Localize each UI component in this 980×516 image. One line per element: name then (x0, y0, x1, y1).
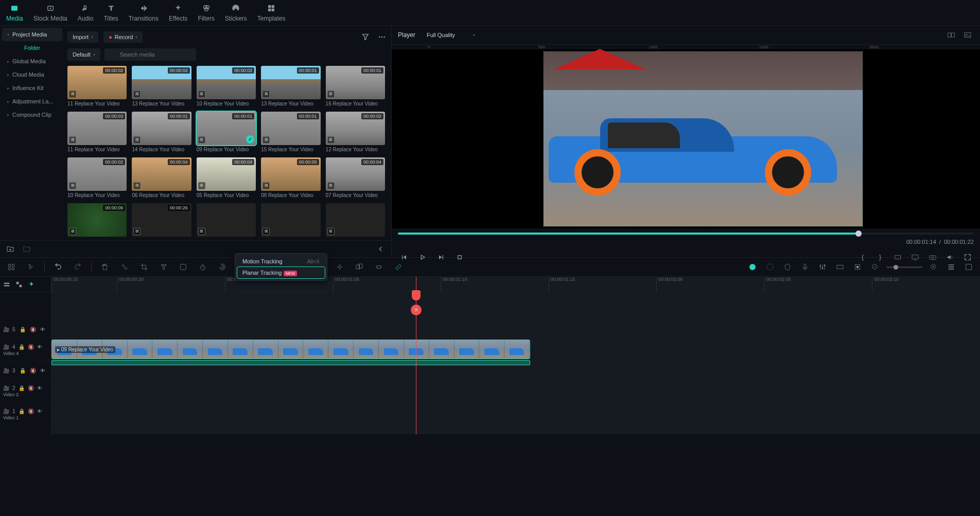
playhead[interactable]: ✕ (416, 277, 416, 434)
tab-titles[interactable]: Titles (103, 3, 118, 22)
lock-icon[interactable]: 🔒 (19, 408, 25, 414)
media-item[interactable]: 00:00:01 ⊞ ✓ 09 Replace Your Video (197, 112, 256, 152)
media-thumbnail[interactable]: 00:00:01 ⊞ (261, 112, 320, 145)
lock-icon[interactable]: 🔒 (19, 344, 25, 350)
media-item[interactable]: 00:00:04 ⊞ 06 Replace Your Video (132, 157, 191, 198)
visibility-icon[interactable]: 👁 (37, 408, 42, 414)
tab-templates[interactable]: Templates (257, 3, 286, 22)
media-thumbnail[interactable]: 00:00:03 ⊞ (67, 112, 127, 145)
collapse-tracks-icon[interactable] (3, 281, 10, 288)
media-thumbnail[interactable]: 00:00:05 ⊞ (261, 157, 320, 191)
tab-transitions[interactable]: Transitions (129, 3, 159, 22)
media-thumbnail[interactable]: ⊞ (197, 203, 256, 237)
lock-icon[interactable]: 🔒 (19, 385, 25, 391)
playhead-handle[interactable] (412, 290, 421, 300)
sort-dropdown[interactable]: Default▾ (67, 48, 100, 61)
delete-icon[interactable] (99, 261, 111, 273)
media-item[interactable]: 00:00:09 ⊞ 03 Replace Your Video (67, 203, 127, 237)
track-header-3[interactable]: 🎥3🔒🔇👁 (0, 362, 51, 380)
zoom-out-icon[interactable] (869, 261, 881, 273)
track-header-2[interactable]: 🎥2🔒🔇👁Video 2 (0, 380, 51, 403)
mixer-icon[interactable] (816, 261, 829, 273)
keyframe-icon[interactable] (334, 261, 346, 273)
sidebar-item-project-media[interactable]: ▾Project Media (2, 28, 62, 41)
compare-icon[interactable] (945, 29, 957, 41)
media-item[interactable]: 00:00:04 ⊞ 07 Replace Your Video (326, 157, 385, 198)
media-thumbnail[interactable]: 00:00:04 ⊞ (326, 157, 385, 191)
media-item[interactable]: 00:00:01 ⊞ 13 Replace Your Video (261, 66, 320, 106)
tab-filters[interactable]: Filters (198, 3, 215, 22)
filter-icon[interactable] (359, 31, 372, 43)
slide-icon[interactable] (373, 261, 385, 273)
sidebar-item-cloud-media[interactable]: ▸Cloud Media (2, 68, 62, 81)
crop-icon[interactable] (138, 261, 150, 273)
view-icon[interactable] (15, 281, 23, 288)
media-thumbnail[interactable]: 00:00:02 ⊞ (67, 66, 127, 99)
mute-icon[interactable]: 🔇 (28, 344, 34, 350)
media-item[interactable]: 00:00:03 ⊞ 11 Replace Your Video (67, 112, 127, 152)
visibility-icon[interactable]: 👁 (40, 327, 45, 332)
media-item[interactable]: ⊞ 02 Replace Your Photo (261, 203, 320, 237)
media-item[interactable]: 00:00:26 ⊞ Fay jane dance (132, 203, 191, 237)
media-thumbnail[interactable]: ⊞ (261, 203, 320, 237)
snap-icon[interactable] (851, 261, 864, 273)
media-thumbnail[interactable]: ⊞ (326, 203, 385, 237)
zoom-in-icon[interactable] (927, 261, 940, 273)
collapse-sidebar-icon[interactable] (375, 243, 387, 255)
timeline-tracks[interactable]: 00:00:00:15 00:00:00:20 00:00:01:00 00:0… (51, 277, 980, 434)
tab-stock-media[interactable]: Stock Media (33, 3, 67, 22)
playhead-cut-icon[interactable]: ✕ (411, 305, 422, 315)
render-icon[interactable] (764, 261, 776, 273)
select-tool-icon[interactable] (5, 261, 18, 273)
more-icon[interactable] (376, 31, 388, 43)
ai-icon[interactable] (746, 261, 759, 273)
media-item[interactable]: 00:00:05 ⊞ 08 Replace Your Video (261, 157, 320, 198)
sidebar-item-adjustment-layer[interactable]: ▸Adjustment La... (2, 95, 62, 108)
media-thumbnail[interactable]: 00:00:04 ⊞ (197, 157, 256, 191)
lock-icon[interactable]: 🔒 (20, 327, 26, 332)
tab-audio[interactable]: Audio (78, 3, 94, 22)
tab-media[interactable]: Media (6, 3, 23, 22)
new-folder-icon[interactable] (4, 243, 16, 255)
media-thumbnail[interactable]: 00:00:04 ⊞ (132, 157, 191, 191)
image-icon[interactable] (961, 29, 974, 41)
tab-stickers[interactable]: Stickers (225, 3, 247, 22)
media-item[interactable]: 00:00:02 ⊞ 10 Replace Your Video (197, 66, 256, 106)
media-thumbnail[interactable]: 00:00:02 ⊞ (197, 66, 256, 99)
import-dropdown[interactable]: Import▾ (67, 31, 98, 43)
track-lane-4[interactable]: ▸ 09 Replace Your Video (51, 339, 980, 362)
media-item[interactable]: 00:00:04 ⊞ 05 Replace Your Video (197, 157, 256, 198)
track-header-4[interactable]: 🎥4🔒🔇👁Video 4 (0, 339, 51, 362)
link-icon[interactable] (392, 261, 405, 273)
player-scrubber[interactable] (392, 228, 980, 239)
split-icon[interactable] (118, 261, 131, 273)
sidebar-item-global-media[interactable]: ▸Global Media (2, 55, 62, 68)
mute-icon[interactable]: 🔇 (28, 385, 34, 391)
mute-icon[interactable]: 🔇 (30, 368, 36, 373)
pointer-icon[interactable] (25, 261, 37, 273)
media-thumbnail[interactable]: 00:00:01 ⊞ (261, 66, 320, 99)
track-lane-1[interactable] (51, 403, 980, 426)
menu-planar-tracking[interactable]: Planar Tracking NEW (237, 267, 325, 278)
media-item[interactable]: 00:00:02 ⊞ 12 Replace Your Video (326, 112, 385, 152)
track-lane-3[interactable] (51, 362, 980, 380)
list-icon[interactable] (945, 261, 957, 273)
media-item[interactable]: ⊞ 01 Replace Your Photo (197, 203, 256, 237)
media-thumbnail[interactable]: 00:00:01 ⊞ ✓ (197, 112, 256, 145)
track-header-5[interactable]: 🎥5🔒🔇👁 (0, 321, 51, 339)
mute-icon[interactable]: 🔇 (30, 327, 36, 332)
sidebar-item-compound-clip[interactable]: ▸Compound Clip (2, 108, 62, 121)
zoom-slider[interactable] (886, 266, 922, 268)
media-item[interactable]: ⊞ 03 Replace Your Photo (326, 203, 385, 237)
media-thumbnail[interactable]: 00:00:26 ⊞ (132, 203, 191, 237)
media-item[interactable]: 00:00:02 ⊞ 11 Replace Your Video (67, 66, 127, 106)
rotate-icon[interactable] (216, 261, 229, 273)
sidebar-item-folder[interactable]: Folder (2, 41, 62, 55)
text-icon[interactable] (157, 261, 170, 273)
clip-09-replace[interactable]: ▸ 09 Replace Your Video (51, 340, 530, 359)
marker2-icon[interactable] (834, 261, 846, 273)
record-dropdown[interactable]: ●Record▾ (103, 31, 143, 43)
frame-icon[interactable] (177, 261, 189, 273)
tab-effects[interactable]: Effects (169, 3, 187, 22)
auto-icon[interactable] (28, 281, 35, 288)
